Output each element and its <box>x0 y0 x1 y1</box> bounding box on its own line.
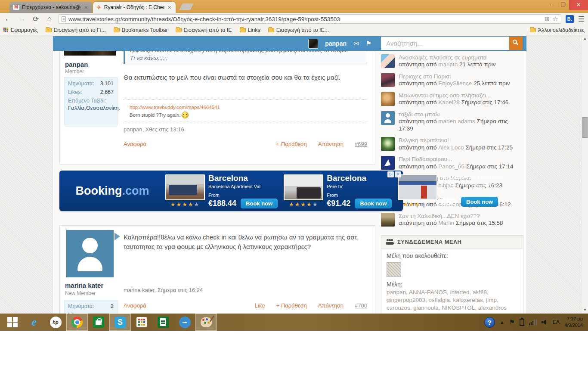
bookmark-folder[interactable]: Links <box>240 27 260 33</box>
report-link[interactable]: Αναφορά <box>124 302 146 309</box>
tab-gmail[interactable]: M Εισερχόμενα - sekouris@g ✕ <box>9 2 92 13</box>
bookmark-folder[interactable]: Εισαγωγή από το IE... <box>268 27 329 33</box>
search-button[interactable] <box>509 37 523 50</box>
minimize-button[interactable]: – <box>546 0 557 10</box>
action-center-flag-icon[interactable]: ⚑ <box>509 318 515 326</box>
ad-hotel-title[interactable]: Barcelona <box>327 173 392 183</box>
menu-icon[interactable]: ☰ <box>578 15 585 24</box>
signature-link[interactable]: http://www.travbuddy.com/maps/4664541 <box>130 103 367 111</box>
quote-button[interactable]: + Παράθεση <box>276 141 307 147</box>
page-scrollbar[interactable]: ▲ ▼ <box>581 35 588 314</box>
thread-title[interactable]: Μειωνονται οι τιμες οσο πλησιαζει... <box>399 92 508 99</box>
start-button[interactable] <box>2 314 23 331</box>
back-icon[interactable]: ← <box>3 15 13 23</box>
thread-title[interactable]: Περιοχες στο Παρισι <box>399 73 510 80</box>
url-bar[interactable]: www.travelstories.gr/community/threads/Ο… <box>59 14 561 24</box>
thread-item[interactable]: Περιοχες στο Παρισι απάντηση από EnjoySi… <box>381 73 523 87</box>
new-tab-button[interactable] <box>179 3 194 10</box>
ad-hotel-title[interactable]: Hospitalet de Llobregat <box>441 174 503 181</box>
account-avatar[interactable] <box>308 39 318 49</box>
taskbar-openoffice[interactable]: ~ <box>174 314 195 331</box>
url-text[interactable]: www.travelstories.gr/community/threads/Ο… <box>68 16 542 22</box>
refresh-icon[interactable]: ⟳ <box>31 15 40 24</box>
account-username[interactable]: panpan <box>325 40 347 47</box>
meta-username[interactable]: EnjoySilence <box>438 80 472 87</box>
ad-card[interactable]: ★★★★★ Hospitalet de Llobregat Travelodge… <box>398 174 503 208</box>
tab-ryanair[interactable]: ✈ Ryanair - Οδηγός : E Chec ✕ <box>93 2 176 13</box>
ad-card[interactable]: ★★★★★ Barcelona Pere IV From €91.42 Book… <box>284 173 392 208</box>
book-now-button[interactable]: Book now <box>355 199 392 208</box>
post-author-name[interactable]: marina kater <box>65 282 103 289</box>
members-list[interactable]: panpan, ANNA-PANOS, interted, akf88, gin… <box>387 289 518 314</box>
ad-hotel-title[interactable]: Barcelona <box>208 173 278 183</box>
adchoices-icon[interactable]: ▷ <box>387 171 394 177</box>
help-icon[interactable]: ? <box>484 317 495 328</box>
forward-icon[interactable]: → <box>17 15 27 23</box>
meta-username[interactable]: Alex Loco <box>438 144 464 151</box>
network-signal-icon[interactable] <box>529 319 537 325</box>
extension-icon[interactable]: B. <box>566 15 574 23</box>
volume-icon[interactable] <box>542 320 548 325</box>
taskbar-internet-explorer[interactable]: e <box>23 314 45 331</box>
zoom-icon[interactable]: ⊕ <box>545 15 550 23</box>
inbox-envelope-icon[interactable]: ✉ <box>353 40 359 47</box>
scroll-up-icon[interactable]: ▲ <box>582 35 588 42</box>
book-now-button[interactable]: Book now <box>241 199 278 208</box>
other-bookmarks[interactable]: Άλλοι σελιδοδείκτες <box>530 27 585 33</box>
reply-button[interactable]: Απάντηση <box>318 141 344 147</box>
followed-member-avatar[interactable] <box>387 262 401 277</box>
language-indicator[interactable]: ΕΛ <box>552 319 560 325</box>
thread-item[interactable]: Περί Ποδοσφαίρου... απάντηση από Panos_6… <box>381 156 523 170</box>
thread-title[interactable]: Βελγική περιπέτεια! <box>399 137 513 144</box>
thread-title[interactable]: Ανασκαφές πλούσιες σε ευρήματα <box>399 54 495 61</box>
report-link[interactable]: Αναφορά <box>124 141 146 147</box>
thread-item[interactable]: Ανασκαφές πλούσιες σε ευρήματα απάντηση … <box>381 54 523 68</box>
thread-item[interactable]: Σαν τη Χαλκιδική...ΔΕΝ έχει??? απάντηση … <box>381 213 523 227</box>
bookmark-apps[interactable]: Εφαρμογές <box>3 27 38 33</box>
taskbar-app-grid[interactable] <box>131 314 152 331</box>
post-number[interactable]: #699 <box>355 141 367 147</box>
ad-close-icon[interactable]: ✕ <box>395 171 401 177</box>
thread-item[interactable]: Βελγική περιπέτεια! απάντηση από Alex Lo… <box>381 137 523 151</box>
meta-username[interactable]: Panos_65 <box>438 163 464 170</box>
bookmark-folder[interactable]: Bookmarks Toolbar <box>114 27 168 33</box>
tray-expand-icon[interactable]: ▲ <box>500 320 504 325</box>
taskbar-calculator[interactable] <box>152 314 174 331</box>
booking-logo[interactable]: Booking.com <box>65 184 159 198</box>
scroll-down-icon[interactable]: ▼ <box>582 307 588 314</box>
clock[interactable]: 7:17 μμ 4/9/2014 <box>564 316 583 329</box>
thread-item[interactable]: Μειωνονται οι τιμες οσο πλησιαζει... απά… <box>381 92 523 106</box>
thread-item[interactable]: ταξιδι στο μπαλι απάντηση από marlen ada… <box>381 111 523 132</box>
quote-button[interactable]: + Παράθεση <box>276 302 307 309</box>
bookmark-folder[interactable]: Εισαγωγή από το IE <box>176 27 232 33</box>
taskbar-chrome[interactable] <box>66 314 88 331</box>
reply-button[interactable]: Απάντηση <box>318 302 344 309</box>
tab-close-icon[interactable]: ✕ <box>167 5 172 10</box>
taskbar-skype[interactable]: S <box>109 314 131 331</box>
meta-username[interactable]: marlen adams <box>438 118 475 124</box>
thread-title[interactable]: Σαν τη Χαλκιδική...ΔΕΝ έχει??? <box>399 213 503 220</box>
home-icon[interactable]: ⌂ <box>45 15 54 23</box>
alerts-flag-icon[interactable]: ⚑ <box>366 40 371 47</box>
ad-card[interactable]: ★★★★★ Barcelona Barcelona Apartment Val … <box>165 173 278 208</box>
avatar[interactable] <box>66 230 114 277</box>
thread-title[interactable]: Περί Ποδοσφαίρου... <box>399 156 513 163</box>
booking-ad-banner[interactable]: Booking.com ★★★★★ Barcelona Barcelona Ap… <box>59 171 403 211</box>
scrollbar-thumb[interactable] <box>582 117 588 138</box>
post-author-name[interactable]: panpan <box>65 61 88 68</box>
search-input[interactable] <box>381 37 509 50</box>
thread-title[interactable]: ταξιδι στο μπαλι <box>399 111 519 118</box>
close-button[interactable]: ✕ <box>569 0 588 10</box>
post-number[interactable]: #700 <box>355 302 367 309</box>
book-now-button[interactable]: Book now <box>461 197 498 207</box>
battery-icon[interactable] <box>520 319 524 326</box>
maximize-button[interactable]: ❐ <box>557 0 569 10</box>
meta-username[interactable]: Kanel28 <box>438 99 460 106</box>
meta-username[interactable]: Marlin <box>438 220 454 226</box>
taskbar-store[interactable] <box>88 314 109 331</box>
like-button[interactable]: Like <box>255 302 265 309</box>
taskbar-paint[interactable] <box>195 314 217 331</box>
bookmark-folder[interactable]: Εισαγωγή από το Fi... <box>46 27 106 33</box>
meta-username[interactable]: mariath <box>438 61 458 68</box>
tab-close-icon[interactable]: ✕ <box>84 5 89 10</box>
